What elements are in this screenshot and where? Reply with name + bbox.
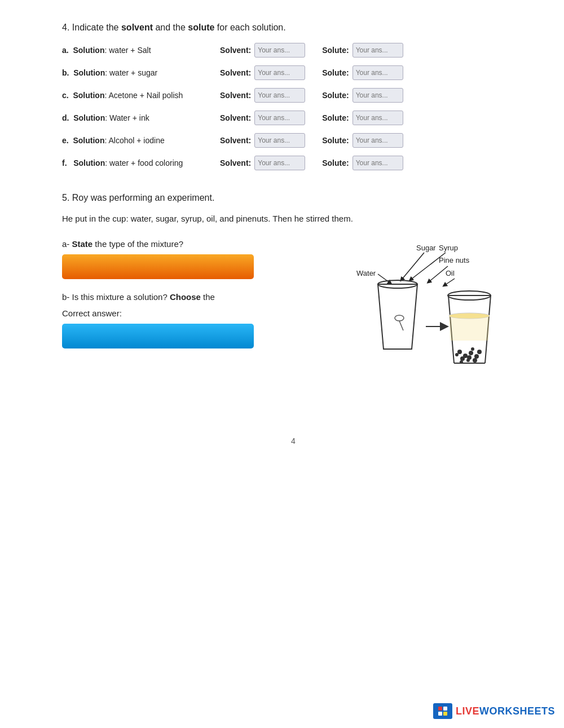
solvent-group-b: Solvent: (220, 65, 305, 80)
solute-label-b: Solute: (322, 68, 349, 77)
oil-fill (449, 316, 490, 341)
question-5-content: a- State the type of the mixture? b- Is … (62, 239, 525, 414)
solute-group-d: Solute: (322, 111, 403, 125)
solute-input-a[interactable] (352, 43, 403, 58)
solute-group-b: Solute: (322, 65, 403, 80)
spoon-handle (399, 321, 403, 330)
pinenut-7 (473, 358, 477, 363)
solvent-input-e[interactable] (254, 133, 305, 148)
state-mixture-input[interactable] (62, 254, 254, 279)
solvent-input-d[interactable] (254, 111, 305, 125)
solute-input-b[interactable] (352, 65, 403, 80)
solution-label-f: f. Solution: water + food coloring (62, 158, 220, 167)
sugar-label: Sugar (416, 244, 436, 252)
pinenut-8 (477, 350, 482, 354)
solute-group-e: Solute: (322, 133, 403, 148)
solute-input-e[interactable] (352, 133, 403, 148)
solution-label-b: b. Solution: water + sugar (62, 68, 220, 77)
pinenut-1 (457, 350, 462, 354)
lws-dot-yellow (443, 712, 447, 716)
water-label: Water (356, 269, 376, 277)
pinenuts-arrow (429, 266, 448, 282)
solute-group-c: Solute: (322, 88, 403, 103)
pine-nuts-label: Pine nuts (439, 256, 470, 264)
spoon-head (395, 315, 404, 321)
lws-dot-white2 (438, 712, 442, 716)
oil-label: Oil (446, 269, 455, 277)
lws-icon (433, 703, 452, 719)
liveworksheets-logo: LIVEWORKSHEETS (433, 703, 555, 719)
solution-row-f: f. Solution: water + food coloring Solve… (62, 156, 525, 170)
solute-input-c[interactable] (352, 88, 403, 103)
solute-input-f[interactable] (352, 156, 403, 170)
brand-text: LIVEWORKSHEETS (456, 705, 555, 717)
solvent-label-a: Solvent: (220, 46, 251, 55)
solute-label-f: Solute: (322, 158, 349, 167)
question-4: 4. Indicate the solvent and the solute f… (62, 23, 525, 170)
pinenut-12 (471, 347, 474, 351)
solvent-input-f[interactable] (254, 156, 305, 170)
solution-label-c: c. Solution: Acetone + Nail polish (62, 91, 220, 100)
lws-dot-white (443, 707, 447, 711)
question-5a-label: a- State the type of the mixture? (62, 239, 276, 249)
solvent-input-b[interactable] (254, 65, 305, 80)
pinenut-11 (460, 360, 463, 364)
syrup-label: Syrup (439, 244, 458, 252)
solution-label-d: d. Solution: Water + ink (62, 113, 220, 122)
solution-label-a: a. Solution: water + Salt (62, 46, 220, 55)
solute-input-d[interactable] (352, 111, 403, 125)
question-5b-label: b- Is this mixture a solution? Choose th… (62, 290, 276, 304)
sugar-arrow (402, 253, 424, 280)
pinenut-10 (466, 359, 470, 362)
brand-live: LIVE (456, 705, 479, 717)
solvent-group-e: Solvent: (220, 133, 305, 148)
question-5-diagram: Sugar Syrup Water Pine nuts Oil (299, 239, 525, 414)
solvent-group-c: Solvent: (220, 88, 305, 103)
solvent-group-a: Solvent: (220, 43, 305, 58)
solute-group-a: Solute: (322, 43, 403, 58)
solute-group-f: Solute: (322, 156, 403, 170)
question-5-title: 5. Roy was performing an experiment. (62, 193, 525, 203)
solvent-label-c: Solvent: (220, 91, 251, 100)
lws-icon-row-1 (438, 707, 447, 711)
page-number: 4 (62, 436, 525, 445)
solvent-group-f: Solvent: (220, 156, 305, 170)
question-5: 5. Roy was performing an experiment. He … (62, 193, 525, 414)
page-content: 4. Indicate the solvent and the solute f… (28, 0, 536, 491)
solvent-label-b: Solvent: (220, 68, 251, 77)
solvent-label-e: Solvent: (220, 136, 251, 145)
question-5-left: a- State the type of the mixture? b- Is … (62, 239, 276, 350)
pinenut-3 (469, 351, 473, 355)
question-4-title: 4. Indicate the solvent and the solute f… (62, 23, 525, 33)
correct-answer-label: Correct answer: (62, 308, 276, 318)
solution-label-e: e. Solution: Alcohol + iodine (62, 136, 220, 145)
solute-label-d: Solute: (322, 113, 349, 122)
question-5-body: He put in the cup: water, sugar, syrup, … (62, 212, 525, 226)
solute-label-a: Solute: (322, 46, 349, 55)
correct-answer-input[interactable] (62, 324, 254, 348)
solute-label-e: Solute: (322, 136, 349, 145)
solution-row-e: e. Solution: Alcohol + iodine Solvent: S… (62, 133, 525, 148)
solution-row-b: b. Solution: water + sugar Solvent: Solu… (62, 65, 525, 80)
solvent-label-d: Solvent: (220, 113, 251, 122)
diagram-area: Sugar Syrup Water Pine nuts Oil (316, 239, 508, 414)
brand-worksheets: WORKSHEETS (479, 705, 555, 717)
solvent-input-a[interactable] (254, 43, 305, 58)
diagram-svg: Sugar Syrup Water Pine nuts Oil (316, 239, 508, 414)
pinenut-4 (474, 354, 479, 359)
solution-row-d: d. Solution: Water + ink Solvent: Solute… (62, 111, 525, 125)
pinenut-9 (455, 353, 459, 356)
solvent-input-c[interactable] (254, 88, 305, 103)
solution-row-a: a. Solution: water + Salt Solvent: Solut… (62, 43, 525, 58)
oil-arrow (444, 279, 455, 285)
lws-icon-row-2 (438, 712, 447, 716)
solvent-label-f: Solvent: (220, 158, 251, 167)
lws-dot-red (438, 707, 442, 711)
solute-label-c: Solute: (322, 91, 349, 100)
pinenut-5 (460, 356, 465, 361)
cup1-body (378, 284, 417, 349)
solvent-group-d: Solvent: (220, 111, 305, 125)
syrup-arrow (411, 253, 446, 280)
solution-row-c: c. Solution: Acetone + Nail polish Solve… (62, 88, 525, 103)
